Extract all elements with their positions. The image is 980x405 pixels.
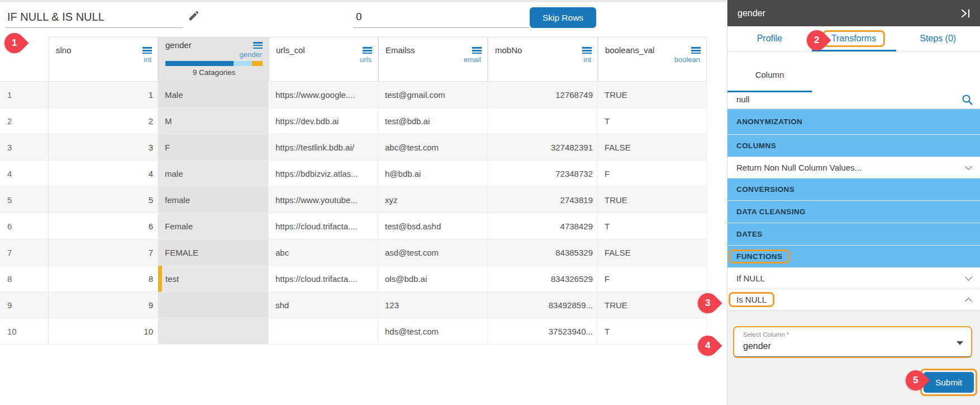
transform-form: Select Column * gender Submit — [727, 310, 980, 405]
transform-category-dates[interactable]: DATES — [727, 223, 980, 246]
skip-rows-input[interactable]: 0 — [353, 5, 529, 28]
submit-button[interactable]: Submit — [924, 372, 974, 393]
col-header-gender[interactable]: gender gender 9 Catagories — [158, 37, 269, 82]
cell-booleans-val[interactable]: FALSE — [598, 239, 707, 266]
cell-gender[interactable]: FEMALE — [158, 239, 269, 266]
edit-title-icon[interactable] — [188, 10, 200, 24]
cell-booleans-val[interactable]: T — [598, 108, 707, 134]
column-menu-icon[interactable] — [142, 47, 152, 54]
column-menu-icon[interactable] — [691, 47, 701, 54]
cell-slno[interactable]: 6 — [49, 213, 158, 239]
cell-booleans-val[interactable]: FALSE — [598, 134, 707, 161]
search-icon[interactable] — [962, 94, 973, 105]
tab-column[interactable]: Column — [727, 51, 980, 92]
search-input[interactable]: null — [736, 95, 749, 104]
transform-category-anonymization[interactable]: ANONYMIZATION — [727, 109, 980, 135]
cell-gender[interactable]: test — [158, 266, 269, 292]
cell-urls-col[interactable]: abc — [269, 239, 378, 266]
cell-urls-col[interactable]: https://cloud.trifacta.... — [269, 266, 378, 292]
col-header-emailss[interactable]: Emailss email — [378, 37, 488, 82]
cell-mobno[interactable]: 72348732 — [488, 161, 598, 187]
cell-gender[interactable] — [158, 318, 269, 345]
cell-booleans-val[interactable]: TRUE — [598, 187, 707, 213]
cell-slno[interactable]: 3 — [49, 134, 158, 161]
cell-urls-col[interactable]: shd — [269, 292, 378, 318]
transform-label: CONVERSIONS — [736, 185, 795, 194]
cell-emailss[interactable]: asd@test.com — [378, 239, 488, 266]
cell-mobno[interactable]: 327482391 — [488, 134, 598, 161]
cell-gender[interactable]: female — [158, 187, 269, 213]
cell-mobno[interactable]: 37523940... — [488, 318, 598, 345]
cell-emailss[interactable]: hds@test.com — [378, 318, 488, 345]
cell-emailss[interactable]: test@bsd.ashd — [378, 213, 488, 239]
transform-item-if-null[interactable]: If NULL — [727, 268, 980, 289]
cell-emailss[interactable]: test@gmail.com — [378, 82, 488, 108]
cell-urls-col[interactable]: https://www.youtube... — [269, 187, 378, 213]
cell-mobno[interactable]: 12768749 — [488, 82, 598, 108]
cell-gender[interactable]: M — [158, 108, 269, 134]
cell-slno[interactable]: 4 — [49, 161, 158, 187]
transform-category-data-cleansing[interactable]: DATA CLEANSING — [727, 201, 980, 223]
cell-booleans-val[interactable]: TRUE — [598, 292, 707, 318]
cell-emailss[interactable]: xyz — [378, 187, 488, 213]
cell-booleans-val[interactable]: T — [598, 213, 707, 239]
cell-urls-col[interactable]: https://testlink.bdb.ai/ — [269, 134, 378, 161]
cell-urls-col[interactable] — [269, 318, 378, 345]
transform-name-input[interactable]: IF NULL & IS NULL — [6, 6, 183, 28]
transform-category-conversions[interactable]: CONVERSIONS — [727, 178, 980, 201]
cell-slno[interactable]: 1 — [49, 82, 158, 108]
dropdown-caret-icon[interactable] — [957, 341, 963, 345]
cell-slno[interactable]: 7 — [49, 239, 158, 266]
cell-gender[interactable]: F — [158, 134, 269, 161]
column-name: mobNo — [495, 45, 522, 55]
cell-booleans-val[interactable]: T — [598, 318, 707, 345]
skip-rows-button[interactable]: Skip Rows — [530, 7, 596, 28]
cell-gender[interactable]: Female — [158, 213, 269, 239]
cell-booleans-val[interactable]: F — [598, 266, 707, 292]
cell-gender[interactable]: Male — [158, 82, 269, 108]
gender-histogram[interactable] — [165, 61, 263, 66]
transform-category-functions[interactable]: FUNCTIONS — [727, 246, 980, 268]
cell-mobno[interactable]: 2743819 — [488, 187, 598, 213]
cell-urls-col[interactable]: https://cloud.trifacta.... — [269, 213, 378, 239]
col-header-booleans-val[interactable]: booleans_val boolean — [598, 37, 707, 82]
tab-steps[interactable]: Steps (0) — [896, 26, 980, 51]
cell-mobno[interactable]: 4738429 — [488, 213, 598, 239]
cell-emailss[interactable]: 123 — [378, 292, 488, 318]
cell-mobno[interactable]: 83492859... — [488, 292, 598, 318]
tab-profile[interactable]: Profile — [727, 26, 812, 51]
col-header-urls-col[interactable]: urls_col urls — [269, 37, 378, 82]
cell-emailss[interactable]: h@bdb.ai — [378, 161, 488, 187]
cell-urls-col[interactable]: https://www.google.... — [269, 82, 378, 108]
cell-emailss[interactable]: abc@test.com — [378, 134, 488, 161]
cell-gender[interactable]: male — [158, 161, 269, 187]
cell-slno[interactable]: 5 — [49, 187, 158, 213]
transform-item-is-null[interactable]: Is NULL — [727, 289, 980, 310]
transform-item-return-non-null-column-values[interactable]: Return Non Null Column Values... — [727, 157, 980, 178]
cell-slno[interactable]: 9 — [49, 292, 158, 318]
column-menu-icon[interactable] — [253, 42, 263, 49]
cell-emailss[interactable]: ols@bdb.ai — [378, 266, 488, 292]
column-menu-icon[interactable] — [582, 47, 592, 54]
column-menu-icon[interactable] — [363, 47, 372, 54]
cell-mobno[interactable]: 84385329 — [488, 239, 598, 266]
transform-category-columns[interactable]: COLUMNS — [727, 135, 980, 157]
histogram-segment — [165, 61, 234, 66]
col-header-slno[interactable]: slno int — [49, 37, 158, 82]
cell-slno[interactable]: 8 — [49, 266, 158, 292]
col-header-mobno[interactable]: mobNo int — [488, 37, 598, 82]
cell-gender[interactable] — [158, 292, 269, 318]
cell-slno[interactable]: 10 — [49, 318, 158, 345]
cell-booleans-val[interactable]: F — [598, 161, 707, 187]
chevron-down-icon — [965, 274, 972, 281]
cell-mobno[interactable]: 834326529 — [488, 266, 598, 292]
cell-booleans-val[interactable]: TRUE — [598, 82, 707, 108]
cell-emailss[interactable]: test@bdb.ai — [378, 108, 488, 134]
collapse-panel-icon[interactable] — [960, 8, 972, 18]
column-menu-icon[interactable] — [472, 47, 482, 54]
cell-mobno[interactable] — [488, 108, 598, 134]
cell-urls-col[interactable]: https://dev.bdb.ai — [269, 108, 378, 134]
cell-slno[interactable]: 2 — [49, 108, 158, 134]
cell-urls-col[interactable]: https://bdbizviz.atlas... — [269, 161, 378, 187]
select-column-field[interactable]: Select Column * gender — [733, 326, 972, 358]
